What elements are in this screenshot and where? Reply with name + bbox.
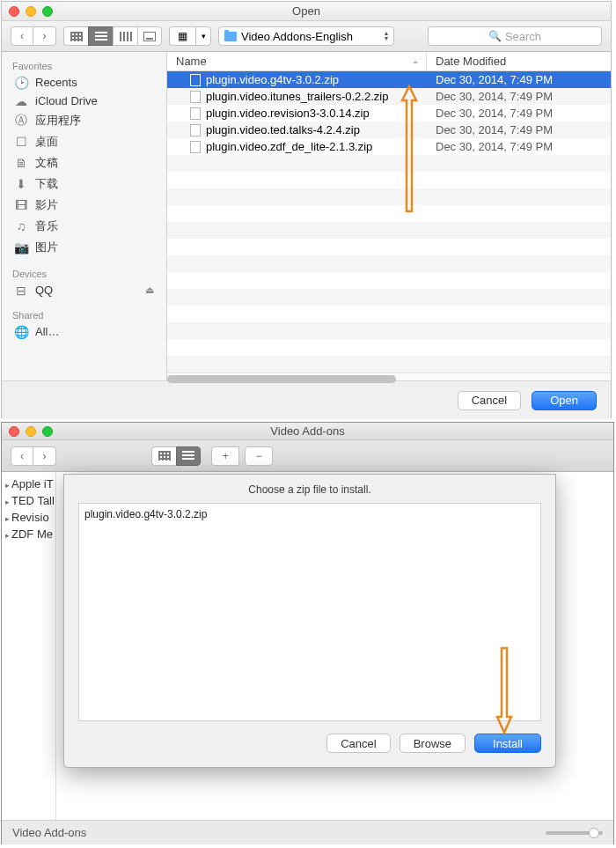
desktop-icon: ☐ — [14, 136, 28, 148]
eject-icon[interactable]: ⏏ — [145, 284, 154, 296]
file-icon — [190, 74, 201, 86]
view-coverflow-button[interactable] — [137, 26, 162, 46]
back-button[interactable]: ‹ — [11, 446, 33, 466]
view-icon-button[interactable] — [63, 26, 88, 46]
table-row[interactable]: plugin.video.ted.talks-4.2.4.zipDec 30, … — [167, 122, 611, 138]
table-row-empty — [167, 155, 611, 172]
addon-list: Apple iT TED Tall Revisio ZDF Me — [2, 472, 56, 820]
cancel-button[interactable]: Cancel — [326, 734, 390, 753]
titlebar[interactable]: Video Add-ons — [2, 423, 613, 440]
search-input[interactable]: 🔍 Search — [428, 26, 602, 46]
nav-buttons: ‹ › — [11, 446, 56, 466]
clock-icon: 🕑 — [14, 77, 28, 89]
sidebar-item-qq[interactable]: ⊟QQ⏏ — [2, 281, 166, 299]
forward-button[interactable]: › — [33, 26, 56, 46]
minimize-icon[interactable] — [26, 426, 36, 437]
cancel-button[interactable]: Cancel — [458, 391, 521, 410]
remove-button[interactable]: − — [245, 446, 273, 466]
file-date: Dec 30, 2014, 7:49 PM — [427, 107, 611, 120]
table-row-empty — [167, 289, 611, 306]
sidebar-item-movies[interactable]: 🎞影片 — [2, 195, 166, 216]
arrange-button[interactable]: ▦ — [169, 26, 195, 46]
column-headers: Name⌃ Date Modified — [167, 52, 611, 71]
drive-icon: ⊟ — [14, 284, 28, 297]
add-button[interactable]: + — [211, 446, 239, 466]
nav-buttons: ‹ › — [11, 26, 56, 46]
minimize-icon[interactable] — [26, 6, 36, 17]
view-icon-button[interactable] — [151, 446, 176, 466]
view-list-button[interactable] — [88, 26, 113, 46]
table-row-empty — [167, 306, 611, 322]
sidebar: Favorites 🕑Recents ☁︎iCloud Drive Ⓐ应用程序 … — [2, 52, 167, 380]
view-mode-group — [151, 446, 201, 466]
table-row-empty — [167, 356, 611, 372]
dialog-footer: Cancel Open — [2, 380, 611, 419]
open-button[interactable]: Open — [532, 391, 597, 410]
path-popup[interactable]: Video Addons-English ▴▾ — [218, 26, 394, 46]
search-placeholder: Search — [505, 30, 541, 43]
sidebar-item-all[interactable]: 🌐All… — [2, 322, 166, 341]
titlebar[interactable]: Open — [2, 2, 611, 21]
zoom-slider[interactable] — [546, 831, 603, 835]
view-column-button[interactable] — [113, 26, 137, 46]
view-mode-group — [63, 26, 162, 46]
table-row-empty — [167, 172, 611, 188]
table-row[interactable]: plugin.video.revision3-3.0.14.zipDec 30,… — [167, 105, 611, 122]
music-icon: ♫ — [14, 220, 28, 232]
file-date: Dec 30, 2014, 7:49 PM — [427, 73, 611, 86]
arrange-menu-button[interactable]: ▾ — [195, 26, 211, 46]
list-item[interactable]: Apple iT — [2, 476, 55, 492]
sidebar-item-apps[interactable]: Ⓐ应用程序 — [2, 110, 166, 131]
horizontal-scrollbar[interactable] — [167, 372, 611, 380]
column-header-date[interactable]: Date Modified — [427, 52, 611, 71]
forward-button[interactable]: › — [33, 446, 56, 466]
table-row-empty — [167, 322, 611, 339]
table-row-empty — [167, 272, 611, 289]
video-addons-window: Video Add-ons ‹ › + − Apple iT TED Tall … — [1, 422, 614, 844]
slider-knob[interactable] — [589, 828, 599, 838]
search-icon: 🔍 — [488, 30, 502, 42]
add-remove-group: + − — [211, 446, 273, 466]
sidebar-item-desktop[interactable]: ☐桌面 — [2, 131, 166, 152]
file-pane: Name⌃ Date Modified plugin.video.g4tv-3.… — [167, 52, 611, 380]
close-icon[interactable] — [9, 6, 19, 17]
column-header-name[interactable]: Name⌃ — [167, 52, 427, 70]
file-name: plugin.video.revision3-3.0.14.zip — [206, 107, 370, 120]
list-item[interactable]: Revisio — [2, 509, 55, 526]
sidebar-item-music[interactable]: ♫音乐 — [2, 216, 166, 237]
list-item[interactable]: TED Tall — [2, 492, 55, 509]
path-label: Video Addons-English — [241, 30, 353, 43]
browse-button[interactable]: Browse — [400, 734, 466, 753]
sidebar-item-pictures[interactable]: 📷图片 — [2, 237, 166, 258]
table-row-empty — [167, 339, 611, 356]
sidebar-item-recents[interactable]: 🕑Recents — [2, 73, 166, 92]
table-row[interactable]: plugin.video.g4tv-3.0.2.zipDec 30, 2014,… — [167, 71, 611, 88]
sidebar-item-icloud[interactable]: ☁︎iCloud Drive — [2, 92, 166, 110]
install-button[interactable]: Install — [474, 734, 541, 753]
file-name: plugin.video.zdf_de_lite-2.1.3.zip — [206, 140, 372, 153]
file-name: plugin.video.ted.talks-4.2.4.zip — [206, 123, 360, 136]
file-path-box[interactable]: plugin.video.g4tv-3.0.2.zip — [78, 503, 541, 721]
file-name: plugin.video.g4tv-3.0.2.zip — [206, 73, 339, 86]
window-title: Open — [292, 4, 320, 18]
table-row[interactable]: plugin.video.zdf_de_lite-2.1.3.zipDec 30… — [167, 138, 611, 155]
sidebar-item-downloads[interactable]: ⬇︎下载 — [2, 173, 166, 195]
back-button[interactable]: ‹ — [11, 26, 33, 46]
table-row-empty — [167, 255, 611, 272]
close-icon[interactable] — [9, 426, 19, 437]
download-icon: ⬇︎ — [14, 178, 28, 190]
list-item[interactable]: ZDF Me — [2, 526, 55, 542]
window-title: Video Add-ons — [270, 424, 344, 438]
zoom-icon[interactable] — [42, 426, 53, 437]
table-row[interactable]: plugin.video.itunes_trailers-0.2.2.zipDe… — [167, 88, 611, 105]
scrollbar-thumb[interactable] — [167, 375, 396, 383]
folder-icon — [224, 32, 237, 41]
arrange-group: ▦ ▾ — [169, 26, 211, 46]
table-row-empty — [167, 188, 611, 205]
doc-icon: 🗎 — [14, 157, 28, 169]
file-icon — [190, 91, 201, 103]
sidebar-item-documents[interactable]: 🗎文稿 — [2, 152, 166, 173]
cloud-icon: ☁︎ — [14, 95, 28, 107]
view-list-button[interactable] — [176, 446, 201, 466]
zoom-icon[interactable] — [42, 6, 53, 17]
